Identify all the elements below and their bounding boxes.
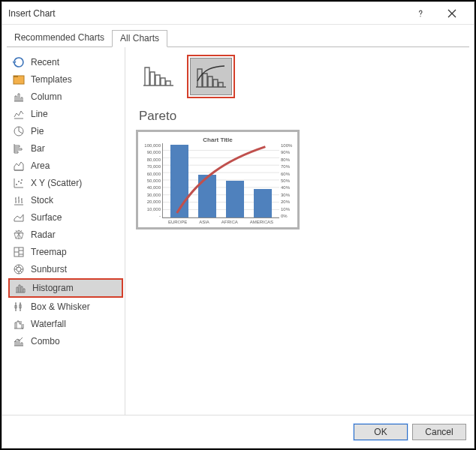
sidebar-item-bar[interactable]: Bar [8,140,123,157]
sidebar-item-sunburst[interactable]: Sunburst [8,261,123,278]
pareto-curve [163,143,279,260]
sidebar-item-area[interactable]: Area [8,158,123,174]
secondary-y-axis: 100%90%80%70%60%50%40%30%20%10%0% [279,143,293,218]
sidebar-item-label: Radar [31,230,56,240]
templates-icon [13,74,25,86]
sidebar-item-radar[interactable]: Radar [8,226,123,243]
titlebar: Insert Chart [2,2,474,25]
sidebar-item-surface[interactable]: Surface [8,209,123,226]
plot-area [162,143,279,218]
treemap-icon [13,246,25,258]
sunburst-icon [13,263,25,275]
svg-point-5 [20,182,22,184]
bar-icon [13,142,25,154]
sidebar-item-label: Pie [31,126,44,136]
sidebar-item-histogram[interactable]: Histogram [10,280,122,296]
svg-point-6 [21,179,23,181]
cancel-button[interactable]: Cancel [412,424,466,440]
boxwhisker-icon [13,301,25,313]
chart-subtype-row [136,55,459,98]
histogram-icon [14,282,26,294]
subtype-pareto[interactable] [190,58,232,95]
tab-all-charts[interactable]: All Charts [112,30,167,47]
sidebar-item-label: Stock [31,195,53,206]
main-pane: Pareto Chart Title 100,00090,00080,00070… [125,47,469,415]
sidebar-item-label: Waterfall [31,319,66,329]
sidebar-item-label: Box & Whisker [31,302,90,312]
sidebar-item-label: Treemap [31,247,67,257]
y-axis: 100,00090,00080,00070,00060,00050,00040,… [143,143,162,218]
sidebar-item-label: Area [31,160,50,171]
sidebar-item-column[interactable]: Column [8,88,123,105]
sidebar-item-label: Bar [31,143,45,154]
sidebar-item-pie[interactable]: Pie [8,123,123,140]
sidebar-item-label: Recent [31,57,59,68]
sidebar-item-treemap[interactable]: Treemap [8,244,123,260]
svg-point-4 [18,181,20,182]
svg-point-3 [16,184,17,185]
sidebar-item-label: Combo [31,336,60,346]
tab-strip: Recommended Charts All Charts [7,29,469,47]
chart-preview[interactable]: Chart Title 100,00090,00080,00070,00060,… [136,130,300,230]
ok-button[interactable]: OK [354,424,408,440]
help-button[interactable] [405,4,436,22]
svg-rect-1 [14,76,18,77]
sidebar-item-label: Templates [31,74,72,85]
insert-chart-dialog: Insert Chart Recommended Charts All Char… [2,2,474,448]
area-icon [13,160,25,172]
radar-icon [13,229,25,241]
stock-icon [13,194,25,206]
sidebar-item-label: Surface [31,212,62,223]
sidebar-item-templates[interactable]: Templates [8,71,123,88]
surface-icon [13,212,25,224]
sidebar-item-label: Line [31,109,48,119]
waterfall-icon [13,318,25,330]
sidebar-item-line[interactable]: Line [8,106,123,122]
sidebar-item-boxwhisker[interactable]: Box & Whisker [8,298,123,315]
sidebar-item-combo[interactable]: Combo [8,333,123,350]
dialog-title: Insert Chart [8,8,405,19]
scatter-icon [13,177,25,189]
subtype-name: Pareto [139,109,459,124]
sidebar-item-waterfall[interactable]: Waterfall [8,316,123,332]
tab-recommended[interactable]: Recommended Charts [7,30,112,47]
sidebar-item-label: X Y (Scatter) [31,178,82,188]
dialog-footer: OK Cancel [2,415,474,448]
sidebar-item-stock[interactable]: Stock [8,192,123,208]
pie-icon [13,125,25,137]
line-icon [13,108,25,120]
chart-category-sidebar: Recent Templates Column Line Pie Bar Are… [7,47,125,415]
preview-title: Chart Title [143,136,293,143]
sidebar-item-recent[interactable]: Recent [8,54,123,70]
sidebar-item-label: Histogram [32,283,74,293]
close-button[interactable] [436,4,468,22]
sidebar-item-label: Column [31,92,62,102]
sidebar-item-scatter[interactable]: X Y (Scatter) [8,175,123,191]
subtype-histogram[interactable] [137,56,179,94]
recent-icon [13,56,25,68]
combo-icon [13,335,25,347]
column-icon [13,91,25,103]
sidebar-item-label: Sunburst [31,264,67,274]
